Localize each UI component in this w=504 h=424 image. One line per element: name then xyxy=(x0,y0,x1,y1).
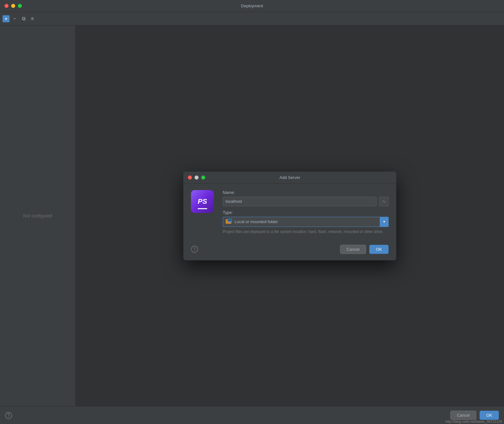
dialog-ok-button[interactable]: OK xyxy=(369,245,389,254)
ps-logo-text: PS xyxy=(198,198,207,205)
window-title: Deployment xyxy=(241,3,263,8)
main-content: Not configured Add Server xyxy=(0,25,504,406)
svg-rect-4 xyxy=(229,222,230,222)
type-select-row: Local or mounted folder ▼ xyxy=(223,217,389,227)
close-button[interactable] xyxy=(4,4,9,8)
type-label: Type: xyxy=(223,210,389,215)
watermark: http://blog.csdn.net/baidu_36721126 xyxy=(444,419,504,424)
form-area: Name: ↑↓ Type: xyxy=(223,190,389,235)
cancel-button[interactable]: Cancel xyxy=(450,411,476,420)
name-field-group: Name: ↑↓ xyxy=(223,190,389,206)
type-value: Local or mounted folder xyxy=(235,219,278,224)
dialog-help-button[interactable]: ? xyxy=(191,246,198,253)
maximize-button[interactable] xyxy=(18,4,22,8)
help-button[interactable]: ? xyxy=(5,412,12,419)
bottom-bar: ? Cancel OK http://blog.csdn.net/baidu_3… xyxy=(0,406,504,424)
dialog-cancel-button[interactable]: Cancel xyxy=(340,245,366,254)
move-button[interactable]: ≡ xyxy=(29,15,36,23)
minimize-button[interactable] xyxy=(11,4,15,8)
dialog-title-bar: Add Server xyxy=(183,172,396,184)
dialog-minimize-button[interactable] xyxy=(194,175,199,180)
chevron-down-icon: ▼ xyxy=(383,220,386,223)
folder-icon xyxy=(226,219,232,225)
name-label: Name: xyxy=(223,190,389,195)
ps-logo: PS xyxy=(191,190,216,215)
dialog-close-button[interactable] xyxy=(188,175,192,180)
modal-overlay: Add Server PS Name: xyxy=(76,25,504,406)
sidebar: Not configured xyxy=(0,25,76,406)
dialog-actions: Cancel OK xyxy=(340,245,389,254)
copy-button[interactable]: ⧉ xyxy=(20,15,27,23)
dialog-title: Add Server xyxy=(279,175,300,180)
ok-button[interactable]: OK xyxy=(480,411,499,420)
dialog-window-controls xyxy=(188,175,205,180)
not-configured-label: Not configured xyxy=(23,213,52,218)
svg-rect-3 xyxy=(228,219,232,221)
type-field-group: Type: xyxy=(223,210,389,235)
name-input-row: ↑↓ xyxy=(223,197,389,206)
ps-logo-background: PS xyxy=(191,190,214,213)
add-button[interactable]: + xyxy=(3,15,10,22)
remove-button[interactable]: − xyxy=(11,15,18,23)
ps-logo-underscore xyxy=(198,208,207,209)
type-description: Project files are deployed to a file sys… xyxy=(223,229,389,235)
name-input[interactable] xyxy=(223,197,377,206)
window-controls xyxy=(4,4,22,8)
toolbar: + − ⧉ ≡ xyxy=(0,12,504,25)
type-dropdown-arrow[interactable]: ▼ xyxy=(380,217,389,227)
sort-button[interactable]: ↑↓ xyxy=(379,197,389,206)
dialog-maximize-button[interactable] xyxy=(201,175,205,180)
svg-rect-5 xyxy=(228,222,231,223)
right-panel: Add Server PS Name: xyxy=(76,25,504,406)
add-server-dialog: Add Server PS Name: xyxy=(183,172,396,260)
title-bar: Deployment xyxy=(0,0,504,12)
dialog-body: PS Name: ↑↓ xyxy=(183,184,396,242)
type-select[interactable]: Local or mounted folder xyxy=(223,217,380,227)
dialog-footer: ? Cancel OK xyxy=(183,242,396,260)
